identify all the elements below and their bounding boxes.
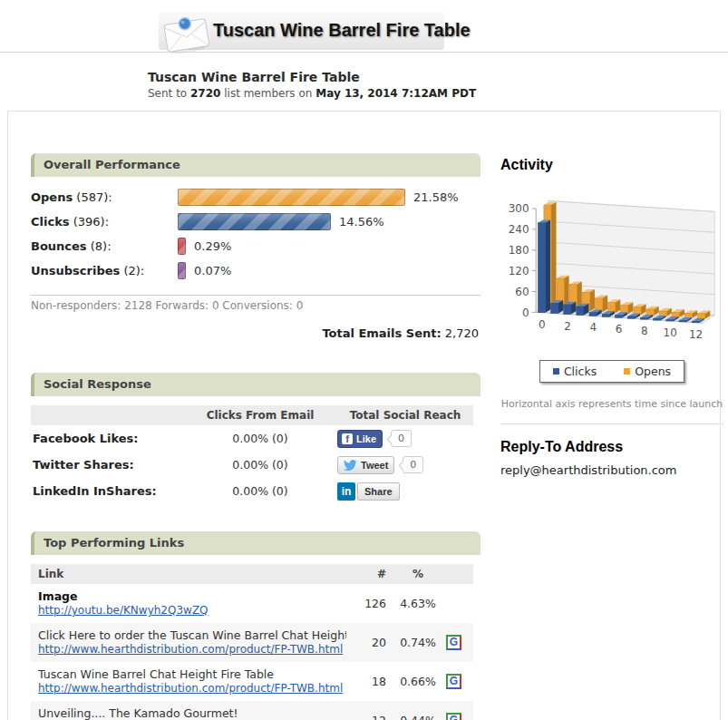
opens-swatch-icon — [624, 368, 630, 375]
link-percent: 0.44% — [390, 714, 446, 720]
envelope-icon — [160, 12, 214, 61]
legend-item-opens: Opens — [624, 365, 671, 378]
tweet-button[interactable]: Tweet — [337, 456, 394, 474]
chart-caption: Horizontal axis represents time since la… — [500, 398, 723, 410]
link-row: Image http://youtu.be/KNwyh2Q3wZQ 126 4.… — [31, 584, 473, 623]
google-analytics-icon[interactable]: G — [446, 674, 461, 689]
google-analytics-icon[interactable]: G — [446, 713, 461, 720]
sent-count: 2720 — [190, 87, 220, 100]
col-total-social-reach: Total Social Reach — [337, 409, 473, 422]
metric-label: Opens (587): — [31, 190, 178, 204]
link-title: Unveiling.... The Kamado Gourmet! — [38, 706, 346, 720]
col-count: # — [346, 568, 390, 580]
link-clicks: 126 — [346, 597, 390, 610]
link-percent: 0.74% — [390, 636, 446, 649]
svg-text:8: 8 — [641, 325, 648, 337]
metric-name: Bounces — [31, 239, 87, 253]
svg-text:240: 240 — [509, 223, 529, 236]
linkedin-share-button[interactable]: in Share — [337, 482, 400, 501]
svg-text:10: 10 — [664, 326, 677, 339]
link-clicks: 20 — [346, 636, 390, 649]
google-analytics-icon[interactable]: G — [446, 635, 461, 650]
right-column: Activity 060120180240300024681012 Clicks… — [500, 157, 723, 477]
facebook-icon: f — [342, 433, 353, 444]
link-cell: Click Here to order the Tuscan Wine Barr… — [31, 628, 346, 656]
link-title: Tuscan Wine Barrel Chat Height Fire Tabl… — [38, 667, 346, 681]
chart-legend: Clicks Opens — [539, 360, 684, 383]
social-row-facebook: Facebook Likes: 0.00% (0) fLike 0 — [31, 425, 473, 452]
col-percent: % — [390, 568, 446, 580]
social-row-label: Twitter Shares: — [31, 458, 183, 472]
link-clicks: 18 — [346, 675, 390, 688]
social-row-label: Facebook Likes: — [31, 432, 183, 445]
metric-name: Clicks — [31, 215, 70, 229]
social-clicks-value: 0.00% (0) — [183, 458, 337, 472]
facebook-like-count: 0 — [391, 430, 412, 447]
link-cell: Image http://youtu.be/KNwyh2Q3wZQ — [31, 589, 346, 617]
sent-middle: list members on — [224, 87, 312, 100]
performance-row-opens: Opens (587): 21.58% — [31, 188, 480, 207]
metric-percent: 14.56% — [339, 215, 384, 229]
right-column-divider — [500, 423, 723, 424]
legend-label: Opens — [635, 365, 671, 378]
links-table-header: Link # % — [31, 564, 473, 584]
top-links-section: Top Performing Links Link # % Image http… — [31, 531, 480, 720]
social-row-twitter: Twitter Shares: 0.00% (0) Tweet 0 — [31, 452, 473, 478]
link-percent: 4.63% — [390, 597, 446, 610]
performance-row-unsubscribes: Unsubscribes (2): 0.07% — [31, 261, 480, 280]
campaign-title: Tuscan Wine Barrel Fire Table — [148, 70, 360, 84]
left-column: Overall Performance Opens (587): 21.58% … — [31, 153, 480, 720]
social-table-header: Clicks From Email Total Social Reach — [31, 405, 473, 425]
tweet-count: 0 — [403, 456, 423, 473]
social-clicks-value: 0.00% (0) — [183, 484, 337, 498]
metric-percent: 21.58% — [413, 190, 459, 204]
total-emails-label: Total Emails Sent: — [322, 326, 441, 340]
facebook-like-button[interactable]: fLike — [337, 430, 383, 448]
twitter-bird-icon — [344, 460, 357, 471]
clicks-swatch-icon — [553, 368, 559, 375]
link-url[interactable]: http://youtu.be/KNwyh2Q3wZQ — [38, 604, 346, 617]
reply-to-email: reply@hearthdistribution.com — [500, 463, 723, 477]
col-link: Link — [31, 568, 346, 580]
legend-label: Clicks — [564, 365, 597, 378]
performance-row-bounces: Bounces (8): 0.29% — [31, 237, 480, 256]
twitter-widget: Tweet 0 — [337, 456, 473, 474]
report-panel: Overall Performance Opens (587): 21.58% … — [7, 111, 721, 720]
performance-bar — [178, 189, 405, 206]
link-cell: Tuscan Wine Barrel Chat Height Fire Tabl… — [31, 667, 346, 695]
total-emails-value: 2,720 — [445, 326, 479, 340]
metric-label: Bounces (8): — [31, 239, 178, 253]
svg-text:12: 12 — [689, 328, 703, 341]
metric-count: (587): — [76, 190, 112, 204]
link-cell: Unveiling.... The Kamado Gourmet! http:/… — [31, 706, 346, 720]
page-title: Tuscan Wine Barrel Fire Table — [213, 20, 485, 41]
metric-name: Opens — [31, 190, 73, 204]
svg-text:0: 0 — [539, 318, 546, 331]
social-response-section: Social Response Clicks From Email Total … — [31, 373, 480, 504]
sent-info: Sent to 2720 list members on May 13, 201… — [148, 87, 476, 100]
social-row-label: LinkedIn InShares: — [31, 484, 183, 498]
sent-prefix: Sent to — [148, 87, 187, 100]
link-row: Click Here to order the Tuscan Wine Barr… — [31, 623, 473, 662]
metric-label: Unsubscribes (2): — [31, 264, 178, 277]
link-row: Unveiling.... The Kamado Gourmet! http:/… — [31, 701, 473, 720]
metric-percent: 0.07% — [194, 264, 231, 277]
link-url[interactable]: http://www.hearthdistribution.com/produc… — [38, 682, 346, 695]
tweet-label: Tweet — [361, 460, 388, 471]
performance-rows: Opens (587): 21.58% Clicks (396): 14.56%… — [31, 188, 480, 280]
link-percent: 0.66% — [390, 675, 446, 688]
svg-text:6: 6 — [616, 323, 623, 336]
social-table: Clicks From Email Total Social Reach Fac… — [31, 405, 473, 504]
svg-text:180: 180 — [509, 244, 529, 257]
linkedin-widget: in Share — [337, 482, 473, 501]
link-clicks: 12 — [346, 714, 390, 720]
svg-text:300: 300 — [509, 202, 529, 215]
metric-label: Clicks (396): — [31, 215, 178, 229]
svg-text:60: 60 — [515, 286, 529, 298]
legend-item-clicks: Clicks — [553, 365, 597, 378]
link-url[interactable]: http://www.hearthdistribution.com/produc… — [38, 643, 346, 656]
like-label: Like — [356, 433, 376, 444]
metric-count: (8): — [91, 239, 112, 253]
metric-name: Unsubscribes — [31, 264, 120, 277]
reply-to-heading: Reply-To Address — [500, 439, 723, 455]
